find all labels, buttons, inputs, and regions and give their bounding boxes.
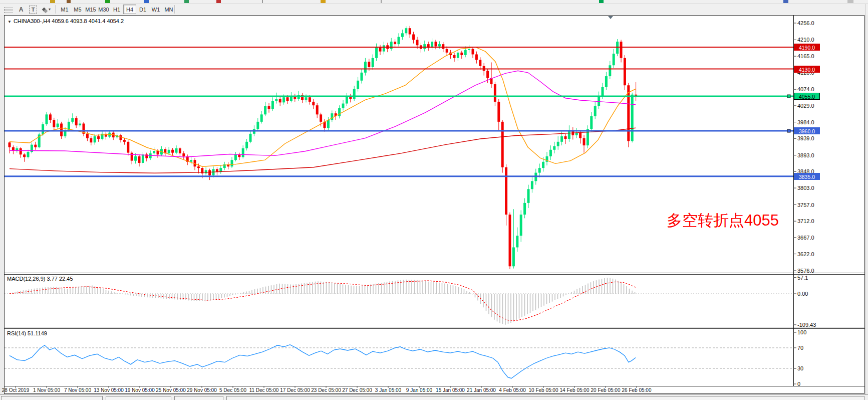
candle-down	[483, 66, 485, 71]
candle-up	[134, 156, 137, 161]
candle-up	[101, 134, 104, 139]
date-axis-label: 10 Feb 05:00	[529, 387, 558, 393]
candle-down	[486, 71, 489, 78]
timeframe-button-d1[interactable]: D1	[136, 5, 149, 14]
candle-up	[602, 87, 604, 96]
date-axis-label: 1 Nov 05:00	[33, 387, 60, 393]
date-axis-label: 14 Feb 05:00	[560, 387, 590, 393]
toolbar-top-strip	[0, 0, 868, 4]
price-tick-label: 4256.0	[797, 20, 814, 26]
candle-down	[131, 153, 133, 161]
candle-up	[538, 168, 541, 172]
candle-up	[557, 142, 559, 146]
chart-shift-marker[interactable]	[608, 16, 613, 19]
candle-down	[475, 54, 478, 60]
timeframe-button-h1[interactable]: H1	[110, 5, 123, 14]
date-axis-label: 20 Feb 05:00	[591, 387, 621, 393]
date-axis-label: 26 Feb 05:00	[622, 387, 652, 393]
timeframe-button-m5[interactable]: M5	[71, 5, 84, 14]
chart-ohlc-values: 4059.6 4093.8 4041.4 4054.2	[52, 18, 124, 24]
timeframe-button-m15[interactable]: M15	[84, 5, 97, 14]
timeframe-button-w1[interactable]: W1	[149, 5, 162, 14]
candle-down	[624, 58, 626, 85]
candle-down	[320, 114, 322, 122]
chart-title-collapse-icon[interactable]: ▼	[8, 20, 12, 24]
text-box-icon[interactable]: T	[28, 5, 38, 14]
candle-up	[594, 106, 597, 116]
candle-down	[564, 136, 567, 139]
price-tick-label: 3712.0	[797, 218, 814, 224]
candle-down	[312, 102, 315, 105]
candle-down	[497, 102, 500, 122]
date-axis-label: 19 Nov 05:00	[125, 387, 155, 393]
ma-fast-orange	[10, 47, 636, 166]
macd-main-value: 3.77	[47, 276, 57, 282]
candle-up	[372, 58, 374, 67]
candle-up	[234, 154, 237, 160]
date-axis-label: 13 Nov 05:00	[94, 387, 124, 393]
date-axis-label: 9 Jan 05:00	[406, 387, 432, 393]
candle-down	[435, 42, 437, 46]
toolbar-icon-fragment	[262, 0, 263, 3]
price-tick-label: 3576.0	[797, 268, 814, 274]
rsi-tick-label: 70	[797, 345, 803, 351]
candle-down	[238, 154, 240, 157]
candle-down	[157, 151, 159, 154]
candle-up	[516, 236, 518, 247]
candle-down	[182, 153, 185, 156]
candle-up	[383, 45, 385, 51]
chart-tab-stub[interactable]	[106, 396, 171, 400]
candle-up	[242, 148, 244, 157]
candle-down	[34, 145, 37, 147]
price-tick-label: 4029.0	[797, 103, 814, 109]
price-level-badge-4190.0: 4190.0	[794, 44, 820, 51]
candle-down	[579, 133, 582, 138]
price-tick-label: 3667.0	[797, 235, 814, 241]
timeframe-button-h4[interactable]: H4	[123, 5, 136, 14]
macd-tick-label: 57.1	[797, 275, 808, 281]
chart-tab-stub[interactable]	[174, 396, 223, 400]
candle-down	[60, 124, 63, 136]
toolbar-icon-fragment	[50, 0, 55, 3]
shapes-dropdown-icon[interactable]: ▾	[40, 5, 53, 14]
candle-up	[260, 114, 263, 122]
candle-up	[346, 96, 348, 104]
candle-down	[138, 156, 141, 163]
candle-up	[375, 47, 378, 58]
candle-down	[75, 118, 78, 126]
candle-up	[271, 101, 274, 109]
candle-up	[613, 54, 615, 65]
candle-up	[353, 89, 356, 99]
grid-dots-icon[interactable]	[3, 5, 15, 14]
candle-down	[86, 134, 89, 138]
candle-up	[468, 49, 470, 50]
candle-up	[256, 122, 259, 129]
chart-tab-stub[interactable]	[1, 396, 103, 400]
candle-down	[97, 136, 100, 139]
date-axis-label: 3 Jan 05:00	[375, 387, 401, 393]
letter-a-icon[interactable]: A	[17, 5, 26, 14]
chart-tab-stub[interactable]	[226, 396, 864, 400]
timeframe-button-m1[interactable]: M1	[58, 5, 71, 14]
price-tick-label: 4210.0	[797, 37, 814, 43]
candle-up	[390, 42, 393, 49]
candle-up	[57, 124, 59, 127]
macd-signal-value: 22.45	[59, 276, 73, 282]
timeframe-button-mn[interactable]: MN	[162, 5, 175, 14]
rsi-line	[10, 345, 636, 378]
price-tick-label: 3893.0	[797, 152, 814, 158]
price-annotation-text: 多空转折点4055	[667, 210, 779, 231]
toolbar-icon-fragment	[105, 0, 110, 3]
price-tick-label: 3984.0	[797, 119, 814, 125]
chart-symbol: CHINA300-,H4	[14, 18, 50, 24]
chart-plot[interactable]	[5, 16, 865, 394]
candle-up	[590, 116, 593, 129]
date-axis-label: 15 Jan 05:00	[436, 387, 465, 393]
candle-up	[523, 203, 526, 215]
timeframe-button-m30[interactable]: M30	[97, 5, 110, 14]
toolbar-icon-fragment	[783, 0, 788, 3]
candle-up	[205, 170, 207, 173]
chart-window[interactable]: ▼CHINA300-,H4 4059.6 4093.8 4041.4 4054.…	[4, 15, 864, 394]
price-level-badge-4130.0: 4130.0	[794, 66, 820, 73]
candle-down	[316, 105, 319, 114]
